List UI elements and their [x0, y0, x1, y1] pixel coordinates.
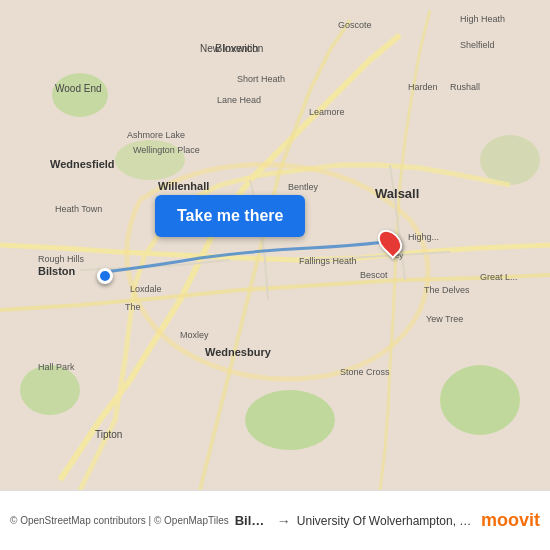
svg-text:Lane Head: Lane Head — [217, 95, 261, 105]
svg-text:Walsall: Walsall — [375, 186, 419, 201]
svg-text:Shelfield: Shelfield — [460, 40, 495, 50]
svg-text:Bentley: Bentley — [288, 182, 319, 192]
svg-text:Fallings Heath: Fallings Heath — [299, 256, 357, 266]
route-info: Bilsto... → University Of Wolverhampton,… — [235, 513, 481, 529]
svg-text:Bilston: Bilston — [38, 265, 76, 277]
svg-text:Harden: Harden — [408, 82, 438, 92]
svg-text:Goscote: Goscote — [338, 20, 372, 30]
svg-text:Rough Hills: Rough Hills — [38, 254, 85, 264]
svg-point-6 — [480, 135, 540, 185]
svg-text:High Heath: High Heath — [460, 14, 505, 24]
svg-point-3 — [245, 390, 335, 450]
svg-point-2 — [52, 73, 108, 117]
map-container: Bloxwich Goscote High Heath Shelfield Ha… — [0, 0, 550, 490]
svg-text:Loxdale: Loxdale — [130, 284, 162, 294]
route-to: University Of Wolverhampton, Walsall Cam… — [297, 514, 481, 528]
svg-text:Bescot: Bescot — [360, 270, 388, 280]
svg-point-4 — [440, 365, 520, 435]
svg-text:New Invention: New Invention — [200, 43, 263, 54]
svg-text:Tipton: Tipton — [95, 429, 122, 440]
svg-text:Heath Town: Heath Town — [55, 204, 102, 214]
moovit-logo: moovit — [481, 510, 540, 531]
svg-text:Willenhall: Willenhall — [158, 180, 209, 192]
svg-text:Stone Cross: Stone Cross — [340, 367, 390, 377]
route-from: Bilsto... — [235, 513, 271, 528]
svg-text:Wednesfield: Wednesfield — [50, 158, 115, 170]
svg-text:The: The — [125, 302, 141, 312]
svg-text:Great L...: Great L... — [480, 272, 518, 282]
svg-point-5 — [20, 365, 80, 415]
destination-marker — [380, 228, 400, 256]
svg-text:Hall Park: Hall Park — [38, 362, 75, 372]
svg-text:Wellington Place: Wellington Place — [133, 145, 200, 155]
svg-text:Wednesbury: Wednesbury — [205, 346, 272, 358]
take-me-there-button[interactable]: Take me there — [155, 195, 305, 237]
svg-text:Short Heath: Short Heath — [237, 74, 285, 84]
moovit-brand-text: moovit — [481, 510, 540, 530]
map-svg: Bloxwich Goscote High Heath Shelfield Ha… — [0, 0, 550, 490]
svg-text:Wood End: Wood End — [55, 83, 102, 94]
svg-text:Ashmore Lake: Ashmore Lake — [127, 130, 185, 140]
svg-text:Yew Tree: Yew Tree — [426, 314, 463, 324]
route-arrow: → — [277, 513, 291, 529]
svg-text:The Delves: The Delves — [424, 285, 470, 295]
svg-text:Leamore: Leamore — [309, 107, 345, 117]
svg-text:Rushall: Rushall — [450, 82, 480, 92]
map-attribution: © OpenStreetMap contributors | © OpenMap… — [10, 515, 229, 526]
svg-text:Highg...: Highg... — [408, 232, 439, 242]
bottom-bar: © OpenStreetMap contributors | © OpenMap… — [0, 490, 550, 550]
svg-text:Moxley: Moxley — [180, 330, 209, 340]
origin-marker — [97, 268, 113, 284]
